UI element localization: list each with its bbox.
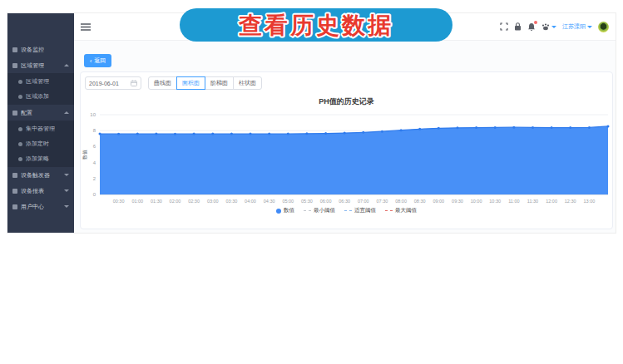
x-axis-label: 03:30 [226,199,238,204]
data-point [457,126,459,129]
legend-item-value[interactable]: 数值 [276,207,294,214]
sidebar-subitem-add-timer[interactable]: 添加定时 [7,136,74,151]
region-icon [12,63,17,68]
sidebar-subitem-region-add[interactable]: 区域添加 [7,89,74,104]
chevron-down-icon [64,205,69,208]
chart-svg: 0246810数值00:3001:0001:3002:0002:3003:000… [81,108,612,206]
data-point [532,126,534,129]
x-axis-label: 10:30 [489,199,501,204]
chart-toolbar: 2019-06-01 曲线图面积图阶梯图柱状图 [85,76,612,90]
data-point [324,132,327,135]
bell-icon[interactable] [527,22,536,32]
sidebar-item-region-management[interactable]: 区域管理 [7,57,74,73]
chart-card: 2019-06-01 曲线图面积图阶梯图柱状图 PH值的历史记录 0246810… [80,71,613,229]
monitor-icon [12,47,17,52]
sidebar-subitem-add-strategy[interactable]: 添加策略 [7,151,74,166]
chevron-up-icon [64,64,69,66]
sidebar-subitem-concentrator-management[interactable]: 集中器管理 [7,121,74,136]
page: 设备监控区域管理区域管理区域添加配置集中器管理添加定时添加策略设备触发器设备报表… [0,0,623,364]
date-picker-input[interactable]: 2019-06-01 [85,76,141,90]
x-axis-label: 04:30 [264,199,275,204]
x-axis-label: 02:00 [170,199,181,204]
x-axis-label: 05:30 [301,199,313,204]
sidebar-subitem-label: 区域添加 [26,92,49,101]
banner-title: 查看历史数据 [238,12,393,38]
sidebar-subitem-label: 添加策略 [26,155,49,163]
sidebar-item-configuration[interactable]: 配置 [7,105,74,121]
sidebar-subitem-label: 区域管理 [26,77,49,86]
data-point [588,126,591,129]
data-point [418,128,421,130]
data-point [438,127,440,130]
sidebar-item-device-report[interactable]: 设备报表 [7,183,74,199]
calendar-icon [131,80,137,87]
content-area: ‹ 返回 2019-06-01 曲线图面积图阶梯图柱状图 PH值的历史记录 [74,41,616,233]
sidebar-menu: 设备监控区域管理区域管理区域添加配置集中器管理添加定时添加策略设备触发器设备报表… [7,42,74,214]
chart-type-button-curve[interactable]: 曲线图 [148,76,177,90]
data-point [174,133,176,135]
data-point [136,133,139,135]
sidebar-item-device-trigger[interactable]: 设备触发器 [7,167,74,183]
legend-label: 数值 [284,207,294,214]
x-axis-label: 12:00 [546,199,557,204]
region-selector[interactable]: 江苏溧阳 [562,22,592,31]
data-point [230,133,233,135]
region-label: 江苏溧阳 [562,22,586,31]
avatar[interactable] [598,22,609,32]
report-icon [12,189,17,194]
fullscreen-icon[interactable] [500,22,508,31]
x-axis-label: 07:00 [358,199,369,204]
chart-legend: 数值最小阈值适宜阈值最大阈值 [81,207,612,214]
sidebar-submenu: 区域管理区域添加 [7,73,74,105]
title-banner: 查看历史数据 [179,7,453,42]
date-value: 2019-06-01 [89,81,119,86]
notification-badge [534,21,537,24]
sidebar-item-device-monitoring[interactable]: 设备监控 [7,42,74,57]
x-axis-label: 00:30 [113,199,125,204]
back-button[interactable]: ‹ 返回 [84,54,111,67]
legend-label: 最小阈值 [314,207,335,214]
x-axis-label: 01:30 [151,199,162,204]
legend-item-min-threshold[interactable]: 最小阈值 [304,207,335,214]
data-point [400,129,403,131]
sidebar-subitem-region-management-sub[interactable]: 区域管理 [7,74,74,89]
x-axis-label: 11:30 [527,199,538,204]
legend-marker [385,210,393,211]
x-axis-label: 09:00 [433,199,444,204]
hamburger-icon[interactable] [81,23,91,31]
x-axis-label: 02:30 [188,199,200,204]
y-axis-label: 6 [93,144,96,149]
data-point [512,126,515,129]
data-point [551,126,553,129]
back-arrow-icon: ‹ [90,58,91,64]
legend-item-max-threshold[interactable]: 最大阈值 [385,207,417,214]
strategy-icon [18,157,22,161]
data-point [211,133,214,135]
chevron-down-icon [64,174,69,176]
chart-type-button-bar[interactable]: 柱状图 [233,76,262,90]
x-axis-label: 08:00 [395,199,407,204]
chevron-down-icon [587,26,592,28]
data-point [569,126,571,129]
y-axis-label: 2 [93,176,96,181]
sidebar-item-user-center[interactable]: 用户中心 [7,199,74,214]
data-point [475,126,477,129]
list-icon [18,80,22,84]
data-point [117,133,120,135]
data-point [494,126,497,129]
y-axis-label: 4 [93,160,96,165]
chart-type-group: 曲线图面积图阶梯图柱状图 [148,76,262,90]
chevron-up-icon [64,111,69,114]
sidebar-item-label: 配置 [21,109,32,117]
paw-icon[interactable] [541,23,556,31]
x-axis-label: 04:00 [245,199,256,204]
lock-icon[interactable] [514,22,522,31]
data-point [305,132,308,135]
chart-type-button-area[interactable]: 面积图 [176,76,205,90]
legend-item-suitable-threshold[interactable]: 适宜阈值 [344,207,376,214]
chart-title: PH值的历史记录 [81,96,612,107]
chart-type-button-step[interactable]: 阶梯图 [205,76,234,90]
sidebar-item-label: 用户中心 [21,203,44,211]
data-point [155,133,157,135]
y-axis-label: 8 [93,128,96,133]
